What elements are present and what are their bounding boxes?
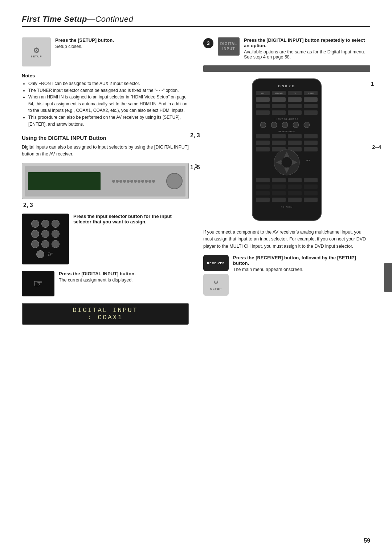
svg-rect-16 [288, 104, 302, 108]
input-btn [41, 220, 49, 228]
input-btn-row-3 [31, 240, 60, 248]
page-number: 59 [364, 538, 370, 544]
notes-section: Notes Only FRONT can be assigned to the … [22, 73, 189, 127]
input-btn-row-1 [31, 220, 60, 228]
svg-rect-62 [288, 198, 302, 202]
svg-rect-12 [288, 97, 302, 102]
input-btn-row-2 [31, 230, 60, 238]
input-btn [52, 220, 60, 228]
svg-text:STANDBY: STANDBY [274, 92, 283, 94]
svg-rect-19 [272, 110, 286, 115]
input-btn [31, 220, 39, 228]
page-title-continued: —Continued [87, 15, 133, 24]
svg-rect-48 [256, 178, 270, 182]
svg-rect-60 [256, 198, 270, 202]
input-btn [31, 230, 39, 238]
svg-point-23 [260, 122, 266, 128]
input-btn [41, 240, 49, 248]
svg-rect-40 [304, 147, 318, 151]
setup-button-image-right: ⚙ SETUP [203, 274, 229, 296]
input-btn [52, 230, 60, 238]
fp-btn [145, 180, 148, 183]
right-column: 3 DIGITALINPUT Press the [DIGITAL INPUT]… [203, 37, 370, 325]
svg-point-24 [271, 122, 277, 128]
svg-rect-51 [304, 178, 318, 182]
svg-rect-53 [272, 185, 286, 189]
step-3-instruction: Press the [DIGITAL INPUT] button repeate… [244, 37, 365, 48]
content-columns: ⚙ SETUP Press the [SETUP] button. Setup … [22, 37, 370, 325]
svg-rect-54 [288, 185, 302, 189]
receiver-step-instruction: Press the [RECEIVER] button, followed by… [233, 255, 356, 266]
svg-rect-20 [288, 110, 302, 115]
svg-rect-29 [256, 134, 270, 138]
svg-text:RC-700M: RC-700M [281, 206, 293, 208]
multichannel-section-para: If you connect a component to the AV rec… [203, 229, 370, 250]
front-panel-inner [25, 166, 185, 197]
page-title-main: First Time Setup [22, 15, 87, 24]
fp-btn [130, 180, 133, 183]
svg-rect-55 [304, 185, 318, 189]
input-btn [41, 230, 49, 238]
step-setup-text: Press the [SETUP] button. Setup closes. [55, 37, 114, 49]
fp-btn [116, 180, 119, 183]
setup-button-image: ⚙ SETUP [22, 37, 51, 66]
fp-btn [123, 180, 126, 183]
front-panel-display [28, 172, 101, 190]
step-setup-block: ⚙ SETUP Press the [SETUP] button. Setup … [22, 37, 189, 66]
svg-rect-36 [304, 141, 318, 145]
svg-rect-33 [256, 141, 270, 145]
digital-input-section-intro: Digital inputs can also be assigned to i… [22, 144, 189, 158]
setup-detail: Setup closes. [55, 44, 114, 49]
page-title: First Time Setup—Continued [22, 15, 133, 24]
digital-input-section-heading: Using the DIGITAL INPUT Button [22, 135, 189, 141]
setup-label-right: SETUP [210, 287, 222, 291]
svg-rect-21 [304, 110, 318, 115]
diagram-label-23: 2, 3 [23, 202, 189, 208]
svg-rect-10 [256, 97, 270, 102]
svg-rect-57 [272, 191, 286, 195]
svg-point-25 [282, 122, 288, 128]
svg-rect-14 [256, 104, 270, 108]
svg-rect-11 [272, 97, 286, 102]
step-3-detail: Available options are the same as for th… [244, 49, 370, 60]
remote-diagram-wrap: 1 2–4 2, 3 1, 5 ONKYO ON STANDBY [203, 77, 370, 222]
setup-instruction: Press the [SETUP] button. [55, 37, 114, 43]
svg-point-26 [293, 122, 299, 128]
svg-rect-31 [288, 134, 302, 138]
receiver-front-panel [22, 163, 189, 199]
svg-text:ONKYO: ONKYO [278, 84, 295, 88]
svg-rect-58 [288, 191, 302, 195]
svg-rect-49 [272, 178, 286, 182]
remote-label-23: 2, 3 [190, 132, 200, 139]
fp-btn [112, 180, 115, 183]
fp-btn [138, 180, 140, 183]
fp-btn [134, 180, 137, 183]
svg-point-42 [281, 157, 292, 168]
input-btn-row-4: ☞ [36, 250, 54, 258]
fp-btn [127, 180, 130, 183]
fp-btn [119, 180, 122, 183]
note-item: When an HDMI IN is assigned to an input … [28, 94, 189, 114]
svg-rect-37 [256, 147, 270, 151]
step-input-selector-block: ☞ Press the input selector button for th… [22, 214, 189, 264]
receiver-button-image: RECEIVER [203, 255, 229, 271]
svg-rect-17 [304, 104, 318, 108]
notes-title: Notes [22, 73, 189, 78]
svg-rect-34 [272, 141, 286, 145]
svg-rect-18 [256, 110, 270, 115]
digital-input-detail: The current assignment is displayed. [59, 278, 136, 283]
receiver-label: RECEIVER [207, 262, 225, 265]
svg-rect-13 [304, 97, 318, 102]
left-column: ⚙ SETUP Press the [SETUP] button. Setup … [22, 37, 189, 325]
notes-list: Only FRONT can be assigned to the AUX 2 … [22, 80, 189, 127]
page-header: First Time Setup—Continued [22, 15, 370, 27]
side-tab [384, 263, 392, 292]
front-panel-knob [166, 173, 183, 189]
svg-text:TV: TV [294, 92, 296, 94]
svg-text:VOL: VOL [306, 159, 311, 162]
svg-rect-52 [256, 185, 270, 189]
input-selector-step-text: Press the input selector button for the … [73, 214, 189, 224]
page-container: First Time Setup—Continued ⚙ SETUP Press… [0, 0, 392, 555]
note-item: Only FRONT can be assigned to the AUX 2 … [28, 80, 189, 87]
note-item: This procedure can also be performed on … [28, 114, 189, 127]
